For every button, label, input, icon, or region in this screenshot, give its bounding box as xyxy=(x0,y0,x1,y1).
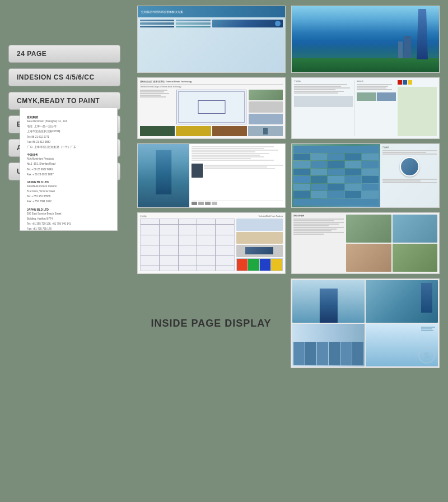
thumbnail-row-5: INSIDE PAGE DISPLAY xyxy=(137,278,440,368)
thumbnail-row-3: 产品展示 xyxy=(137,143,440,208)
inside-page-label: INSIDE PAGE DISPLAY xyxy=(151,318,271,329)
document-preview: 亚铝集团 Asia Aluminium (Shanghai) Co., Ltd.… xyxy=(20,108,118,231)
thumb-building-specs xyxy=(137,143,286,208)
thumbnail-row-4: 亚铝系统 Technical Block Frame Positions xyxy=(137,212,440,274)
inside-page-label-area: INSIDE PAGE DISPLAY xyxy=(137,278,285,368)
thumb-tech-drawing: 亚铝铝合金门窗幕墙系统 Thermal Break Technology The… xyxy=(137,77,286,139)
badge-indesion: INDESION CS 4/5/6/CC xyxy=(8,68,120,86)
thumb-cover-cn: 亚铝集团代理商系统整体解决方案 xyxy=(137,6,286,73)
thumb-curtain-diagram: 亚铝系统 Technical Block Frame Positions xyxy=(137,212,286,274)
thumbnail-row-2: 亚铝铝合金门窗幕墙系统 Thermal Break Technology The… xyxy=(137,77,440,139)
thumb-buildings-collage: S xyxy=(291,278,440,368)
thumb-product-specs: 产品规格 规格参数 xyxy=(291,77,440,139)
badge-24page: 24 PAGE xyxy=(8,45,120,63)
sidebar: 24 PAGE INDESION CS 4/5/6/CC CMYK,READY … xyxy=(0,0,129,502)
thumbnail-row-1: 亚铝集团代理商系统整体解决方案 xyxy=(137,6,440,73)
thumb-outdoor-photos: 亚铝·立体形象 xyxy=(291,212,440,274)
main-content: 亚铝集团代理商系统整体解决方案 xyxy=(129,0,448,502)
thumb-modern-exterior: 产品展示 xyxy=(291,143,440,208)
thumb-cover-aerial xyxy=(291,6,440,73)
